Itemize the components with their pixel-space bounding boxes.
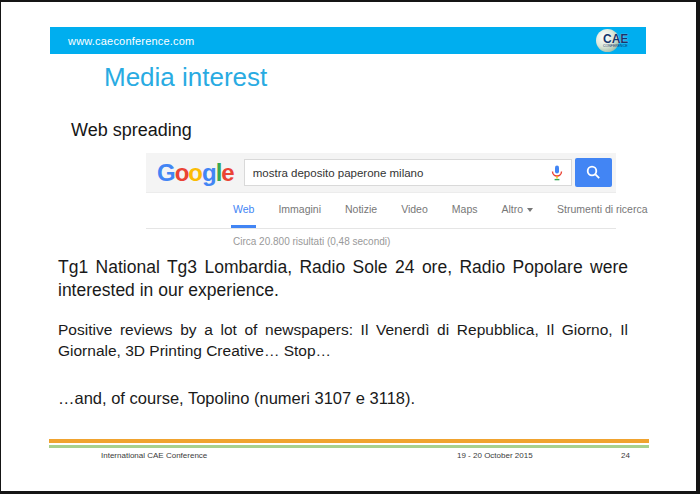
tab-strumenti-di-ricerca[interactable]: Strumenti di ricerca	[557, 203, 647, 215]
google-logo-letter: e	[221, 159, 233, 186]
google-logo-letter: g	[202, 159, 216, 186]
website-url: www.caeconference.com	[50, 35, 194, 47]
search-box	[244, 159, 572, 186]
search-button[interactable]	[575, 158, 612, 187]
paragraph-media: Tg1 National Tg3 Lombardia, Radio Sole 2…	[58, 256, 628, 302]
google-logo-letter: G	[157, 159, 175, 186]
paragraph-newspapers: Positive reviews by a lot of newspapers:…	[58, 320, 628, 362]
page-title: Media interest	[104, 62, 267, 93]
search-input[interactable]	[245, 167, 547, 179]
google-logo-letter: o	[175, 159, 189, 186]
results-stats: Circa 20.800 risultati (0,48 secondi)	[233, 236, 616, 247]
google-tabs: Web Immagini Notizie Video Maps Altro St…	[146, 193, 616, 215]
cae-logo-subtext: CONFERENCE	[603, 44, 628, 48]
paragraph-topolino: …and, of course, Topolino (numeri 3107 e…	[58, 389, 628, 408]
search-icon	[586, 165, 601, 180]
microphone-icon[interactable]	[547, 165, 571, 181]
chevron-down-icon	[527, 208, 533, 212]
google-logo: Google	[157, 161, 234, 185]
footer-conference-name: International CAE Conference	[101, 451, 207, 460]
tab-notizie[interactable]: Notizie	[345, 203, 377, 215]
subtitle: Web spreading	[71, 120, 192, 141]
footer-date: 19 - 20 October 2015	[457, 451, 533, 460]
google-logo-letter: o	[188, 159, 202, 186]
google-screenshot: Google Web	[146, 153, 616, 247]
cae-logo: CAE CONFERENCE	[596, 28, 636, 53]
tabs-divider	[146, 228, 616, 229]
tab-maps[interactable]: Maps	[452, 203, 478, 215]
google-search-header: Google	[146, 153, 616, 193]
slide: www.caeconference.com CAE CONFERENCE Med…	[0, 0, 700, 494]
footer-orange-bar	[49, 439, 649, 443]
tab-altro[interactable]: Altro	[501, 203, 533, 215]
footer-page-number: 24	[621, 451, 630, 460]
tab-web[interactable]: Web	[233, 203, 254, 215]
tab-video[interactable]: Video	[401, 203, 428, 215]
header-bar: www.caeconference.com CAE CONFERENCE	[50, 27, 646, 54]
tab-immagini[interactable]: Immagini	[278, 203, 321, 215]
footer-green-bar	[49, 445, 649, 448]
footer: International CAE Conference 19 - 20 Oct…	[49, 451, 649, 465]
tab-altro-label: Altro	[501, 203, 523, 215]
